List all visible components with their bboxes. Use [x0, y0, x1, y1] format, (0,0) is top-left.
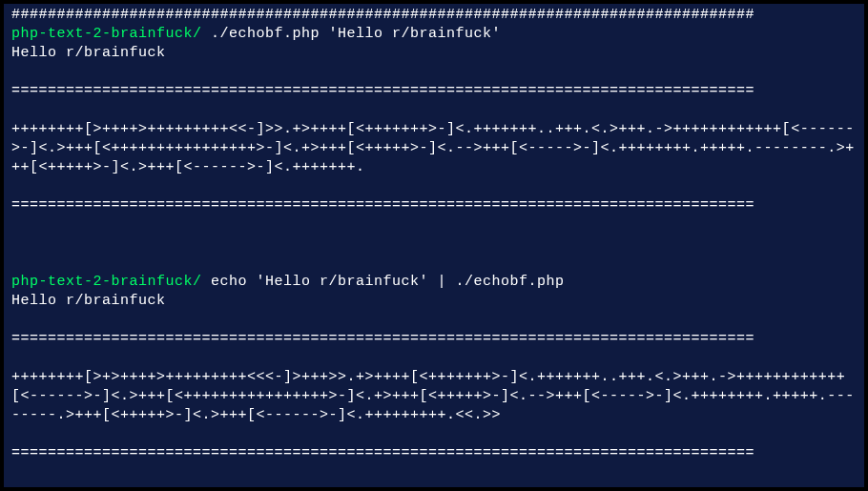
terminal-output-line: ========================================… — [11, 444, 857, 463]
terminal-blank-line — [11, 101, 857, 120]
terminal-output-line: ########################################… — [11, 6, 857, 25]
terminal-output-line: ========================================… — [11, 82, 857, 101]
terminal-window[interactable]: ########################################… — [4, 4, 864, 487]
terminal-command-line: php-text-2-brainfuck/ ./echobf.php 'Hell… — [11, 25, 857, 44]
terminal-command: echo 'Hello r/brainfuck' | ./echobf.php — [211, 274, 565, 290]
terminal-command: ./echobf.php 'Hello r/brainfuck' — [211, 26, 501, 42]
terminal-blank-line — [11, 177, 857, 196]
terminal-output-line: ++++++++[>+>++++>+++++++++<<<-]>+++>>.+>… — [11, 368, 857, 425]
terminal-command-line: php-text-2-brainfuck/ echo 'Hello r/brai… — [11, 273, 857, 292]
terminal-blank-line — [11, 349, 857, 368]
terminal-blank-line — [11, 235, 857, 254]
terminal-blank-line — [11, 215, 857, 235]
terminal-output-line: Hello r/brainfuck — [11, 292, 857, 311]
terminal-output-line: ========================================… — [11, 196, 857, 215]
terminal-blank-line — [11, 425, 857, 444]
terminal-blank-line — [11, 63, 857, 82]
terminal-prompt: php-text-2-brainfuck/ — [11, 26, 211, 42]
terminal-prompt: php-text-2-brainfuck/ — [11, 274, 211, 290]
terminal-blank-line — [11, 311, 857, 330]
terminal-output-line: Hello r/brainfuck — [11, 44, 857, 63]
terminal-output-line: ========================================… — [11, 330, 857, 349]
terminal-blank-line — [11, 254, 857, 273]
terminal-output-line: ++++++++[>++++>+++++++++<<-]>>.+>++++[<+… — [11, 120, 857, 177]
